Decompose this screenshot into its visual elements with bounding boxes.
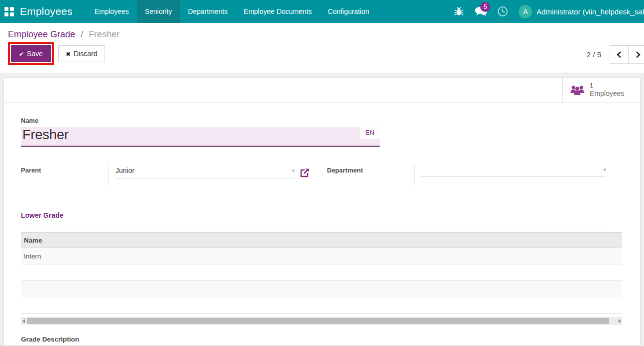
control-panel: Employee Grade / Fresher ✔Save ✖Discard …: [0, 23, 644, 73]
systray: 5 A Administrator (viin_helpdesk_sal: [448, 0, 644, 23]
user-menu[interactable]: A Administrator (viin_helpdesk_sal: [514, 5, 644, 18]
stat-button-value: 1: [590, 82, 624, 89]
messages-menu[interactable]: 5: [470, 0, 492, 23]
parent-many2one: Junior ▾: [115, 167, 310, 178]
form-view-background: 1 Employees Name Fresher EN Parent: [0, 73, 644, 346]
menu-departments[interactable]: Departments: [180, 0, 235, 23]
activities-menu[interactable]: [492, 0, 514, 23]
row-cell-name[interactable]: [21, 281, 622, 297]
department-field-group: Department ▾: [327, 165, 606, 185]
discard-button[interactable]: ✖Discard: [58, 45, 105, 62]
parent-department-row: Parent Junior ▾: [21, 165, 622, 185]
control-panel-buttons-row: ✔Save ✖Discard 2 / 5: [8, 45, 636, 62]
horizontal-scrollbar[interactable]: [21, 317, 622, 325]
parent-input[interactable]: Junior ▾: [115, 167, 295, 178]
dropdown-caret-icon[interactable]: ▾: [292, 168, 295, 174]
breadcrumb-current: Fresher: [89, 29, 119, 39]
stat-button-label: Employees: [590, 89, 624, 98]
save-button-label: Save: [27, 50, 43, 58]
app-title[interactable]: Employees: [20, 5, 73, 17]
user-name: Administrator (viin_helpdesk_sal: [537, 7, 644, 16]
scroll-right-arrow-icon[interactable]: [617, 317, 622, 325]
breadcrumb-separator: /: [81, 29, 83, 39]
breadcrumb: Employee Grade / Fresher: [8, 29, 636, 40]
close-icon: ✖: [66, 51, 71, 58]
pager-buttons: [610, 45, 644, 64]
table-row[interactable]: Intern: [21, 248, 622, 264]
pager-value: 2 / 5: [587, 50, 601, 59]
department-many2one: ▾: [421, 167, 606, 177]
section-divider: [21, 225, 612, 225]
row-cell-name[interactable]: [21, 264, 622, 281]
row-cell-name[interactable]: [21, 297, 622, 314]
table-row[interactable]: [21, 264, 622, 281]
stat-button-box: 1 Employees: [4, 78, 640, 103]
breadcrumb-employee-grade[interactable]: Employee Grade: [8, 29, 75, 39]
parent-field-widget: Junior ▾: [109, 165, 310, 185]
clock-icon: [497, 6, 508, 17]
name-input[interactable]: Fresher EN: [21, 127, 380, 147]
table-header-row: Name: [21, 233, 622, 248]
messages-badge: 5: [480, 2, 490, 12]
lower-grade-section-title: Lower Grade: [21, 211, 622, 219]
department-field-widget: ▾: [415, 165, 606, 185]
dropdown-caret-icon[interactable]: ▾: [603, 167, 606, 173]
column-header-name[interactable]: Name: [21, 233, 622, 248]
discard-button-label: Discard: [74, 50, 97, 58]
table-row[interactable]: [21, 297, 622, 314]
check-icon: ✔: [19, 51, 24, 58]
translation-lang-badge[interactable]: EN: [360, 125, 380, 139]
menu-seniority[interactable]: Seniority: [137, 0, 180, 23]
lower-grade-table: Name Intern: [21, 232, 622, 314]
scroll-left-arrow-icon[interactable]: [21, 317, 26, 325]
employees-stat-button[interactable]: 1 Employees: [562, 78, 640, 102]
name-input-value: Fresher: [21, 127, 380, 143]
pager-next-button[interactable]: [629, 45, 644, 64]
scrollbar-thumb[interactable]: [27, 318, 609, 324]
form-fields: Name Fresher EN Parent Junior ▾: [4, 103, 640, 343]
department-field-label: Department: [327, 165, 414, 185]
parent-field-label: Parent: [21, 165, 108, 185]
menu-employee-documents[interactable]: Employee Documents: [236, 0, 320, 23]
grade-description-label: Grade Description: [21, 336, 622, 343]
apps-menu-icon[interactable]: [4, 7, 14, 16]
pager-previous-button[interactable]: [610, 45, 629, 64]
bug-icon: [454, 6, 464, 16]
parent-external-link-icon[interactable]: [300, 168, 310, 178]
row-cell-name[interactable]: Intern: [21, 248, 622, 264]
stat-button-text: 1 Employees: [590, 82, 624, 98]
employees-group-icon: [569, 84, 585, 96]
parent-value: Junior: [115, 167, 134, 174]
department-input[interactable]: ▾: [421, 167, 606, 177]
name-field-label: Name: [21, 117, 622, 124]
parent-field-group: Parent Junior ▾: [21, 165, 310, 185]
avatar: A: [519, 5, 532, 18]
debug-bug-icon[interactable]: [448, 0, 470, 23]
main-menu: Employees Seniority Departments Employee…: [87, 0, 377, 23]
table-row[interactable]: [21, 281, 622, 297]
chevron-left-icon: [616, 51, 622, 58]
chevron-right-icon: [635, 51, 641, 58]
save-button[interactable]: ✔Save: [11, 45, 51, 62]
menu-configuration[interactable]: Configuration: [320, 0, 377, 23]
record-pager: 2 / 5: [587, 45, 644, 64]
menu-employees[interactable]: Employees: [87, 0, 137, 23]
top-navbar: Employees Employees Seniority Department…: [0, 0, 644, 23]
form-sheet: 1 Employees Name Fresher EN Parent: [3, 77, 641, 346]
